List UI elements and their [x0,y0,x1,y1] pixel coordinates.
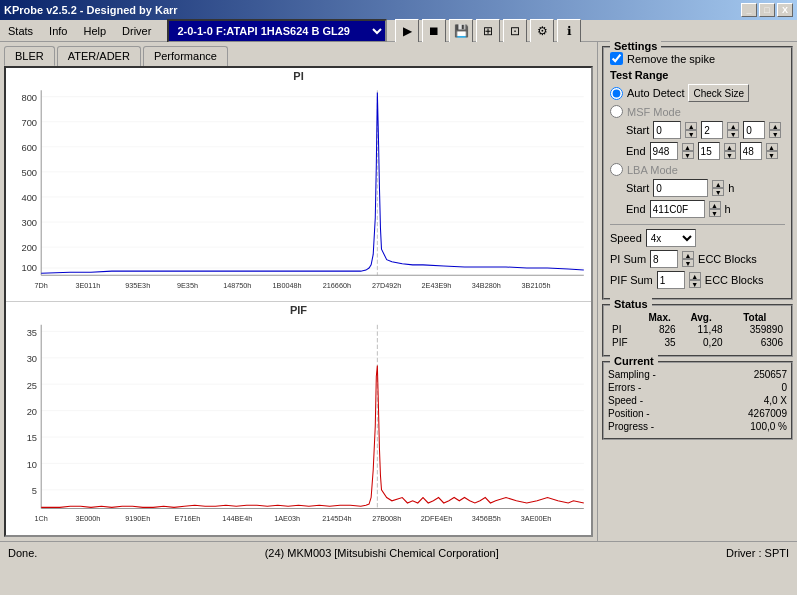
msf-start-spin-m[interactable]: ▲▼ [685,122,697,138]
speed-row: Speed 4x 1x 2x 6x 8x [610,229,785,247]
svg-text:800: 800 [21,93,37,103]
tab-ater-ader[interactable]: ATER/ADER [57,46,141,66]
errors-row: Errors - 0 [608,382,787,393]
msf-mode-label: MSF Mode [627,106,681,118]
speed-select[interactable]: 4x 1x 2x 6x 8x [646,229,696,247]
svg-text:500: 500 [21,168,37,178]
lba-start-spin[interactable]: ▲▼ [712,180,724,196]
menu-help[interactable]: Help [75,23,114,39]
pif-chart-title: PIF [8,304,589,316]
lba-mode-radio[interactable] [610,163,623,176]
progress-value: 100,0 % [750,421,787,432]
tab-performance[interactable]: Performance [143,46,228,66]
svg-text:20: 20 [27,406,37,417]
msf-mode-radio[interactable] [610,105,623,118]
svg-text:2145D4h: 2145D4h [322,513,351,522]
check-size-button[interactable]: Check Size [688,84,749,102]
stop-button[interactable]: ⏹ [422,19,446,43]
msf-end-row: End ▲▼ ▲▼ ▲▼ [626,142,785,160]
errors-label: Errors - [608,382,641,393]
svg-text:100: 100 [21,263,37,273]
pif-chart-svg: 35 30 25 20 15 10 5 [8,316,589,525]
svg-text:300: 300 [21,218,37,228]
status-pif-label: PIF [610,336,642,349]
drive-select[interactable]: 2-0-1-0 F:ATAPI 1HAS624 B GL29 [167,19,387,43]
lba-end-input[interactable] [650,200,705,218]
menu-stats[interactable]: Stats [0,23,41,39]
msf-mode-row: MSF Mode [610,105,785,118]
copy-button[interactable]: ⊞ [476,19,500,43]
tab-content: PI 800 700 600 500 400 300 200 100 [4,66,593,537]
close-button[interactable]: X [777,3,793,17]
left-panel: BLER ATER/ADER Performance PI 800 700 60… [0,42,597,541]
statusbar-center: (24) MKM003 [Mitsubishi Chemical Corpora… [265,547,499,559]
lba-end-spin[interactable]: ▲▼ [709,201,721,217]
speed-current-value: 4,0 X [764,395,787,406]
menu-bar: Stats Info Help Driver 2-0-1-0 F:ATAPI 1… [0,20,797,42]
pi-chart-svg: 800 700 600 500 400 300 200 100 [8,82,589,291]
info-button[interactable]: ℹ [557,19,581,43]
msf-end-input-s[interactable] [698,142,720,160]
lba-start-input[interactable] [653,179,708,197]
status-col-label [610,312,642,323]
lba-end-label: End [626,203,646,215]
sampling-label: Sampling - [608,369,656,380]
svg-text:3AE00Eh: 3AE00Eh [521,513,552,522]
tab-bler[interactable]: BLER [4,46,55,66]
svg-text:700: 700 [21,118,37,128]
svg-text:25: 25 [27,379,37,390]
remove-spike-checkbox[interactable] [610,52,623,65]
msf-start-input-f[interactable] [743,121,765,139]
statusbar-right: Driver : SPTI [726,547,789,559]
progress-label: Progress - [608,421,654,432]
app-title: KProbe v2.5.2 - Designed by Karr [4,4,178,16]
svg-text:27B008h: 27B008h [372,513,401,522]
status-pif-total: 6306 [725,336,785,349]
lba-start-label: Start [626,182,649,194]
speed-current-row: Speed - 4,0 X [608,395,787,406]
pi-chart-area: 800 700 600 500 400 300 200 100 [8,82,589,291]
svg-text:27D492h: 27D492h [372,281,401,290]
settings-button[interactable]: ⚙ [530,19,554,43]
svg-text:935E3h: 935E3h [125,281,150,290]
msf-end-input-m[interactable] [650,142,678,160]
lba-mode-label: LBA Mode [627,164,678,176]
msf-start-spin-s[interactable]: ▲▼ [727,122,739,138]
status-bar: Done. (24) MKM003 [Mitsubishi Chemical C… [0,541,797,563]
msf-end-spin-s[interactable]: ▲▼ [724,143,736,159]
maximize-button[interactable]: □ [759,3,775,17]
pi-sum-spin[interactable]: ▲▼ [682,251,694,267]
svg-text:3E000h: 3E000h [75,513,100,522]
msf-start-spin-f[interactable]: ▲▼ [769,122,781,138]
pif-sum-label: PIF Sum [610,274,653,286]
lba-end-h-suffix: h [725,203,731,215]
msf-start-input-s[interactable] [701,121,723,139]
svg-text:1AE03h: 1AE03h [274,513,300,522]
pif-sum-input[interactable] [657,271,685,289]
menu-info[interactable]: Info [41,23,75,39]
status-row-pi: PI 826 11,48 359890 [610,323,785,336]
pif-sum-spin[interactable]: ▲▼ [689,272,701,288]
pi-sum-input[interactable] [650,250,678,268]
grid-button[interactable]: ⊡ [503,19,527,43]
save-button[interactable]: 💾 [449,19,473,43]
play-button[interactable]: ▶ [395,19,419,43]
tab-bar: BLER ATER/ADER Performance [0,42,597,66]
msf-end-spin-m[interactable]: ▲▼ [682,143,694,159]
menu-driver[interactable]: Driver [114,23,159,39]
current-group: Current Sampling - 250657 Errors - 0 Spe… [602,361,793,440]
msf-start-input-m[interactable] [653,121,681,139]
minimize-button[interactable]: _ [741,3,757,17]
svg-text:9E35h: 9E35h [177,281,198,290]
statusbar-left: Done. [8,547,37,559]
svg-text:1B0048h: 1B0048h [273,281,302,290]
pi-sum-row: PI Sum ▲▼ ECC Blocks [610,250,785,268]
msf-end-spin-f[interactable]: ▲▼ [766,143,778,159]
speed-label: Speed [610,232,642,244]
auto-detect-radio[interactable] [610,87,623,100]
title-bar: KProbe v2.5.2 - Designed by Karr _ □ X [0,0,797,20]
sampling-value: 250657 [754,369,787,380]
msf-end-input-f[interactable] [740,142,762,160]
window-controls[interactable]: _ □ X [741,3,793,17]
sampling-row: Sampling - 250657 [608,369,787,380]
